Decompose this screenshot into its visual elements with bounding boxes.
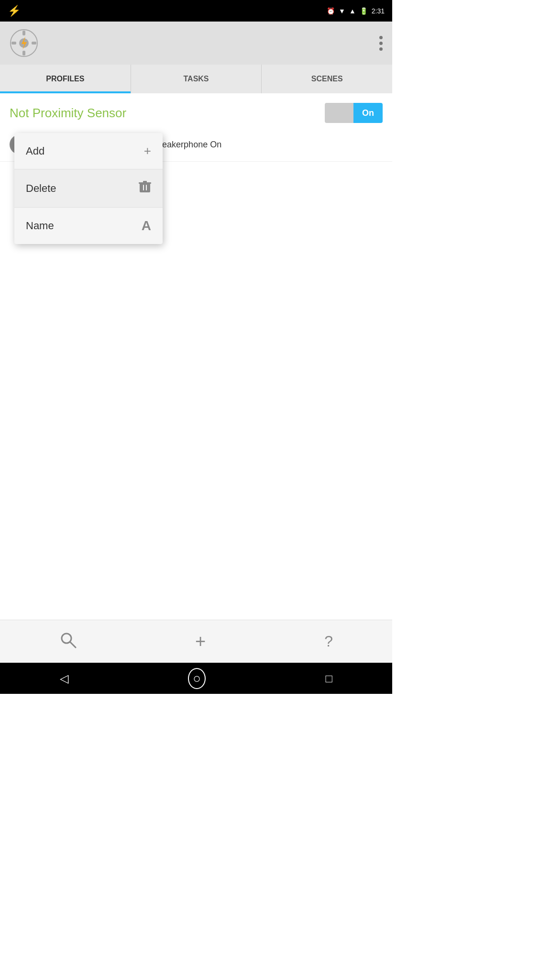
- svg-line-15: [70, 642, 76, 647]
- help-button[interactable]: ?: [324, 633, 333, 650]
- tab-scenes[interactable]: SCENES: [262, 65, 392, 93]
- back-button[interactable]: ◁: [60, 672, 68, 685]
- svg-rect-9: [140, 183, 150, 192]
- signal-icon: ▲: [349, 7, 356, 15]
- svg-rect-11: [139, 182, 151, 184]
- menu-dot: [379, 47, 383, 51]
- more-menu-button[interactable]: [379, 36, 383, 51]
- tab-profiles[interactable]: PROFILES: [0, 65, 131, 93]
- status-bar-right: ⏰ ▼ ▲ 🔋 2:31: [327, 7, 385, 15]
- svg-rect-12: [143, 185, 144, 190]
- status-bar-left: ⚡: [8, 5, 21, 17]
- bottom-bar: + ?: [0, 620, 392, 663]
- menu-item-delete[interactable]: Delete: [14, 169, 163, 208]
- time-display: 2:31: [372, 7, 385, 15]
- nav-bar: ◁ ○ □: [0, 663, 392, 694]
- tab-tasks[interactable]: TASKS: [131, 65, 262, 93]
- search-button[interactable]: [59, 631, 77, 652]
- menu-item-name[interactable]: Name A: [14, 208, 163, 244]
- svg-rect-4: [11, 42, 16, 45]
- menu-dot: [379, 36, 383, 39]
- add-label: Add: [26, 145, 44, 157]
- wifi-icon: ▼: [339, 7, 345, 15]
- tab-bar: PROFILES TASKS SCENES: [0, 65, 392, 93]
- recents-button[interactable]: □: [325, 672, 332, 685]
- lightning-bolt-icon: ⚡: [8, 5, 21, 17]
- context-menu: Add + Delete Name A: [14, 133, 163, 244]
- alarm-icon: ⏰: [327, 7, 335, 15]
- battery-icon: 🔋: [360, 7, 368, 15]
- svg-rect-13: [146, 185, 147, 190]
- svg-rect-2: [22, 31, 25, 35]
- home-button[interactable]: ○: [188, 668, 206, 689]
- trash-icon: [139, 180, 151, 197]
- top-bar: [0, 22, 392, 65]
- font-icon: A: [142, 218, 151, 234]
- svg-rect-3: [22, 51, 25, 56]
- add-icon: +: [144, 144, 151, 158]
- menu-item-add[interactable]: Add +: [14, 133, 163, 169]
- name-label: Name: [26, 220, 54, 232]
- svg-rect-5: [32, 42, 36, 45]
- status-bar: ⚡ ⏰ ▼ ▲ 🔋 2:31: [0, 0, 392, 22]
- menu-dot: [379, 42, 383, 45]
- add-button[interactable]: +: [195, 631, 206, 652]
- delete-label: Delete: [26, 182, 56, 195]
- app-logo: [10, 29, 38, 57]
